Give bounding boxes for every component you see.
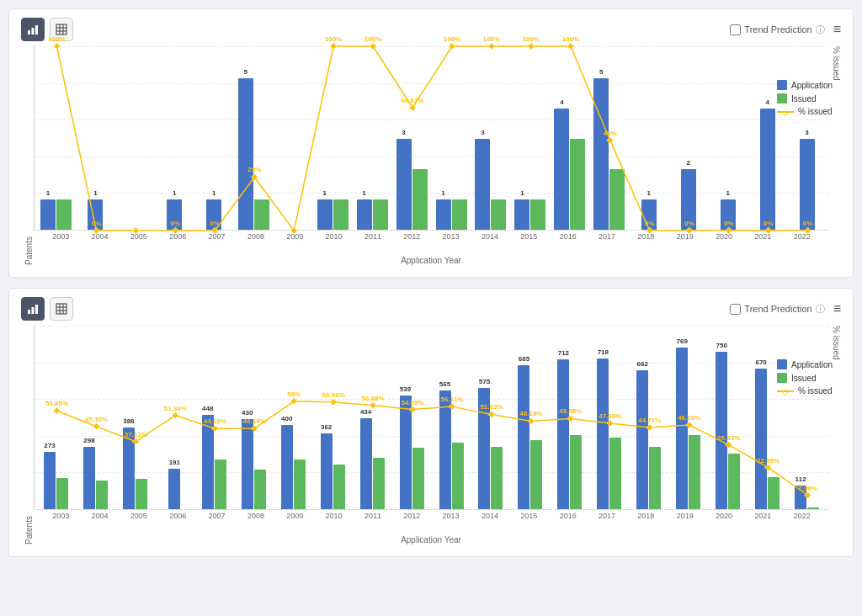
svg-rect-3 xyxy=(56,24,67,35)
bar-application: 769 xyxy=(676,348,688,509)
bar-application: 434 xyxy=(360,418,372,510)
bar-group: 1 xyxy=(313,199,353,230)
bar-issued xyxy=(491,447,503,510)
x-axis-label: 2014 xyxy=(471,232,509,241)
bar-group: 769 xyxy=(668,348,708,509)
x-axis-title-1: Application Year xyxy=(34,256,828,265)
bar-application: 670 xyxy=(755,369,767,510)
bar-application: 400 xyxy=(281,425,293,509)
chart-inner-2: 2732983881914484304003624345395655756857… xyxy=(34,326,828,544)
bar-issued xyxy=(609,438,621,509)
legend-2: Application Issued % issued xyxy=(777,359,833,396)
svg-rect-2 xyxy=(35,25,38,35)
svg-rect-0 xyxy=(28,30,30,35)
bar-application: 1 xyxy=(357,199,372,230)
legend-swatch-line-2 xyxy=(777,390,794,392)
trend-checkbox-1[interactable] xyxy=(730,24,741,35)
y-axis-right-2: % issued xyxy=(828,326,841,544)
bar-application: 1 xyxy=(641,199,657,230)
bar-group: 565 xyxy=(432,390,471,509)
bar-group: 662 xyxy=(629,370,668,510)
menu-icon-1[interactable]: ≡ xyxy=(833,22,841,37)
bar-issued xyxy=(807,507,819,509)
legend-application-label-2: Application xyxy=(791,360,833,369)
x-axis-label: 2004 xyxy=(80,512,119,520)
chart-view-btn-2[interactable] xyxy=(21,297,45,321)
x-axis-label: 2003 xyxy=(41,512,80,520)
trend-prediction-2[interactable]: Trend Prediction ⓘ xyxy=(730,303,824,316)
bar-group: 4 xyxy=(550,109,589,230)
bar-group: 575 xyxy=(471,388,510,509)
bar-group: 712 xyxy=(550,359,589,509)
svg-rect-67 xyxy=(35,305,38,314)
x-axis-label: 2016 xyxy=(548,232,587,241)
bar-group: 2 xyxy=(668,169,708,230)
x-axis-label: 2014 xyxy=(471,512,509,520)
info-icon-2[interactable]: ⓘ xyxy=(816,303,825,316)
x-axis-label: 2008 xyxy=(237,512,275,520)
legend-pct-1: % issued xyxy=(777,107,833,116)
bar-group: 539 xyxy=(392,396,432,509)
bar-application: 1 xyxy=(317,199,333,230)
x-axis-label: 2019 xyxy=(666,512,705,520)
bar-application: 112 xyxy=(795,486,806,509)
bar-application: 2 xyxy=(681,169,696,230)
bar-issued xyxy=(56,199,72,230)
toolbar-right-2: Trend Prediction ⓘ ≡ xyxy=(730,301,841,316)
bar-group: 448 xyxy=(194,415,234,509)
bar-group: 1 xyxy=(708,199,748,230)
bar-application: 1 xyxy=(88,199,103,230)
bar-application: 575 xyxy=(478,388,490,509)
x-axis-label: 2005 xyxy=(120,512,158,520)
bar-issued xyxy=(649,447,661,509)
bar-application: 662 xyxy=(636,370,648,510)
bars-area-1: 111151131314512143100%0%0%0%29%100%100%6… xyxy=(34,46,828,231)
bar-group: 718 xyxy=(589,358,629,510)
chart-view-btn-1[interactable] xyxy=(21,18,45,41)
bar-issued xyxy=(254,470,266,510)
chart-2-area: Patents 27329838819144843040036243453956… xyxy=(21,326,841,544)
bar-application: 3 xyxy=(396,139,412,230)
table-view-btn-1[interactable] xyxy=(50,18,73,41)
legend-application-label-1: Application xyxy=(791,81,833,90)
bar-issued xyxy=(570,139,585,230)
bar-group: 1 xyxy=(155,199,194,230)
bar-group: 1 xyxy=(76,199,115,230)
bar-group: 1 xyxy=(36,199,76,230)
x-axis-label: 2018 xyxy=(626,232,665,241)
x-axis-label: 2019 xyxy=(666,232,705,241)
bar-application: 1 xyxy=(167,199,182,230)
x-axis-title-2: Application Year xyxy=(34,535,828,544)
table-view-btn-2[interactable] xyxy=(50,297,73,321)
x-axis-label: 2022 xyxy=(783,232,822,241)
bar-group: 362 xyxy=(313,433,353,510)
trend-checkbox-2[interactable] xyxy=(730,304,741,315)
bar-group: 750 xyxy=(708,352,748,510)
bar-application: 5 xyxy=(593,78,609,230)
chart-panel-1: Trend Prediction ⓘ ≡ Patents 11115113131… xyxy=(8,8,854,278)
bar-group: 1 xyxy=(629,199,668,230)
bar-issued xyxy=(96,481,108,509)
info-icon-1[interactable]: ⓘ xyxy=(816,24,825,36)
bar-application: 448 xyxy=(202,415,214,509)
bar-application: 712 xyxy=(557,359,569,509)
bar-group: 430 xyxy=(234,419,274,510)
bar-application: 388 xyxy=(123,427,135,509)
x-axis-label: 2020 xyxy=(705,512,743,520)
x-axis-label: 2012 xyxy=(392,512,431,520)
bar-application: 4 xyxy=(554,109,569,230)
bar-application: 191 xyxy=(168,469,180,509)
legend-application-2: Application xyxy=(777,359,833,369)
bar-application: 1 xyxy=(721,199,736,230)
x-axis-label: 2011 xyxy=(354,232,392,241)
legend-pct-label-2: % issued xyxy=(798,386,833,396)
trend-prediction-1[interactable]: Trend Prediction ⓘ xyxy=(730,24,824,36)
trend-label-2: Trend Prediction xyxy=(744,304,811,314)
x-axis-label: 2017 xyxy=(588,232,626,241)
bar-application: 565 xyxy=(439,390,451,509)
menu-icon-2[interactable]: ≡ xyxy=(833,301,841,316)
bar-issued xyxy=(609,169,625,230)
chart-inner-1: 111151131314512143100%0%0%0%29%100%100%6… xyxy=(34,46,828,265)
x-axis-label: 2013 xyxy=(431,232,470,241)
legend-issued-label-2: Issued xyxy=(791,374,816,383)
